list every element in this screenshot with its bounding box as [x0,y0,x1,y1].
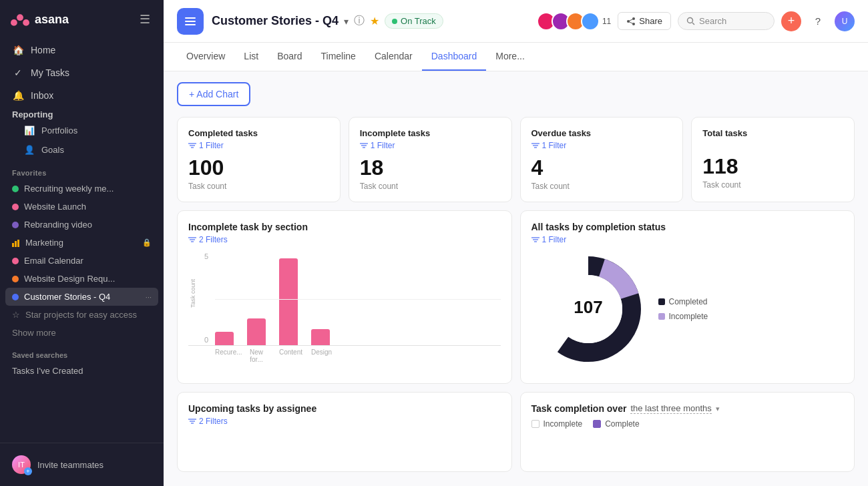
reporting-nav: 📊 Portfolios 👤 Goals [0,121,164,160]
donut-chart-title: All tasks by completion status [531,222,844,232]
project-icon [177,8,204,35]
fav-item-email-calendar[interactable]: Email Calendar [5,252,158,270]
legend-label: Complete [605,419,639,429]
tab-timeline[interactable]: Timeline [312,43,365,71]
dot-icon [12,276,19,282]
bar-chart-filter[interactable]: 2 Filters [188,235,501,244]
svg-point-1 [11,19,17,26]
completion-card: Task completion over the last three mont… [520,392,855,472]
stat-filter-completed[interactable]: 1 Filter [188,141,329,150]
legend-incomplete: Incomplete [658,312,708,321]
sidebar: asana ☰ 🏠 Home ✓ My Tasks 🔔 Inbox Report… [0,0,164,486]
inbox-label: Inbox [31,90,53,101]
sidebar-item-portfolios[interactable]: 📊 Portfolios [5,121,158,140]
x-label-1: New for... [247,348,266,363]
filter-icon [188,418,196,425]
legend-complete: Complete [593,419,639,429]
stat-title-total: Total tasks [702,128,843,138]
stat-title-overdue: Overdue tasks [531,128,672,138]
invite-teammates-button[interactable]: IT + Invite teammates [5,450,158,479]
share-button[interactable]: Share [618,12,671,30]
chevron-down-icon[interactable]: ▾ [716,405,720,413]
svg-point-0 [17,14,23,21]
plus-icon: + [24,467,32,475]
svg-rect-6 [185,17,196,19]
info-icon[interactable]: ⓘ [354,14,365,28]
sidebar-item-inbox[interactable]: 🔔 Inbox [5,84,158,107]
fav-item-website-launch[interactable]: Website Launch [5,198,158,216]
tab-calendar[interactable]: Calendar [365,43,422,71]
briefcase-icon: 📊 [24,126,35,136]
tabs-bar: Overview List Board Timeline Calendar Da… [164,43,868,71]
fav-item-recruiting[interactable]: Recruiting weekly me... [5,180,158,198]
fav-item-website-design[interactable]: Website Design Requ... [5,270,158,288]
fav-item-marketing[interactable]: Marketing 🔒 [5,234,158,252]
bar [247,318,266,345]
chevron-down-icon[interactable]: ▾ [344,16,349,27]
fav-item-rebranding[interactable]: Rebranding video [5,216,158,234]
gridline [215,299,501,300]
stats-grid: Completed tasks 1 Filter 100 Task count … [177,117,855,202]
stat-title-completed: Completed tasks [188,128,329,138]
tab-overview[interactable]: Overview [177,43,234,71]
saved-searches-section-label: Saved searches [0,342,164,362]
bar-recure [215,332,234,345]
stat-label-completed: Task count [188,182,329,191]
svg-rect-5 [17,240,19,247]
bar-content [279,258,298,345]
reporting-section-label: Reporting [0,107,164,121]
dot-icon [12,258,19,264]
charts-row: Incomplete task by section 2 Filters 0 5 [177,210,855,384]
bar-new-for [247,318,266,345]
svg-text:107: 107 [574,297,602,317]
legend-label-completed: Completed [669,297,708,306]
donut-chart-card: All tasks by completion status 1 Filter [520,210,855,384]
add-button[interactable]: + [781,11,801,31]
show-more-button[interactable]: Show more [5,324,158,342]
sidebar-item-goals[interactable]: 👤 Goals [5,140,158,160]
sidebar-toggle-button[interactable]: ☰ [137,9,153,29]
tab-dashboard[interactable]: Dashboard [422,43,487,71]
logo-text: asana [35,13,69,27]
bar-chart-card: Incomplete task by section 2 Filters 0 5 [177,210,512,384]
my-tasks-label: My Tasks [31,67,69,78]
sidebar-item-home[interactable]: 🏠 Home [5,39,158,61]
stat-value-overdue: 4 [531,156,672,180]
donut-chart-filter[interactable]: 1 Filter [531,235,844,244]
completion-period[interactable]: the last three months [630,403,711,414]
stat-filter-overdue[interactable]: 1 Filter [531,141,672,150]
dot-icon [12,222,19,228]
upcoming-title: Upcoming tasks by assignee [188,403,501,414]
filter-icon [188,142,196,149]
upcoming-filter[interactable]: 2 Filters [188,417,501,426]
home-icon: 🏠 [12,44,24,56]
star-icon[interactable]: ★ [370,15,379,27]
stat-filter-incomplete[interactable]: 1 Filter [360,141,501,150]
sidebar-item-my-tasks[interactable]: ✓ My Tasks [5,61,158,84]
tab-more[interactable]: More... [486,43,534,71]
bar [279,258,298,345]
fav-item-customer-stories[interactable]: Customer Stories - Q4 ··· [5,288,158,306]
svg-line-13 [628,21,634,24]
y-label-0: 0 [188,336,212,344]
legend-dot-completed [658,298,665,305]
add-chart-button[interactable]: + Add Chart [177,82,250,106]
completion-legend: Incomplete Complete [531,419,844,429]
saved-search-tasks-created[interactable]: Tasks I've Created [5,362,158,380]
topbar-right: 11 Share Search + ? [537,11,855,31]
x-label-3: Design [311,348,330,363]
fav-label: Website Launch [24,202,86,212]
saved-searches-list: Tasks I've Created [0,362,164,380]
tab-list[interactable]: List [234,43,268,71]
favorites-section-label: Favorites [0,160,164,180]
bar [311,329,330,345]
more-icon[interactable]: ··· [146,293,152,301]
search-box[interactable]: Search [678,12,775,30]
user-avatar-button[interactable]: U [835,11,855,31]
share-label: Share [639,16,662,26]
dashboard-content: + Add Chart Completed tasks 1 Filter 100… [164,71,868,486]
tab-board[interactable]: Board [268,43,311,71]
stat-label-total: Task count [702,180,843,190]
help-button[interactable]: ? [808,11,828,31]
legend-incomplete: Incomplete [531,419,583,429]
